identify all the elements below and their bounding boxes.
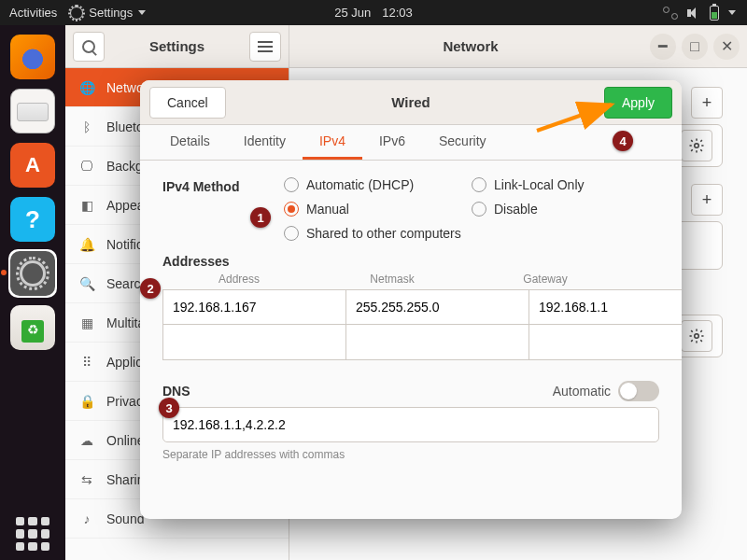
tab-ipv6[interactable]: IPv6: [362, 125, 422, 160]
radio-label: Manual: [306, 202, 349, 217]
proxy-settings-button[interactable]: [681, 320, 712, 352]
gnome-top-bar: Activities Settings 25 Jun 12:03: [0, 0, 747, 25]
connection-editor-dialog: Cancel Wired Apply Details Identity IPv4…: [140, 80, 682, 519]
menu-button[interactable]: [249, 32, 281, 62]
settings-icon: [10, 251, 55, 296]
radio-icon: [284, 226, 299, 241]
sidebar-header: Settings: [65, 25, 289, 68]
globe-icon: 🌐: [78, 79, 95, 96]
minimize-button[interactable]: ━: [650, 34, 676, 60]
netmask-input[interactable]: [346, 325, 529, 360]
connection-settings-button[interactable]: [681, 130, 712, 161]
annotation-badge-3: 3: [159, 398, 179, 418]
dock-item-settings[interactable]: [8, 249, 57, 298]
address-input[interactable]: [162, 325, 346, 360]
radio-link-local[interactable]: Link-Local Only: [472, 177, 659, 192]
dock-item-help[interactable]: [8, 195, 57, 244]
col-netmask: Netmask: [316, 273, 469, 286]
search-icon: [82, 40, 95, 53]
chevron-down-icon: [728, 10, 736, 15]
appearance-icon: ◧: [78, 197, 95, 214]
dock-item-software[interactable]: [8, 141, 57, 189]
multitasking-icon: ▦: [78, 315, 95, 331]
show-applications-button[interactable]: [16, 517, 49, 551]
radio-icon: [284, 202, 299, 217]
trash-icon: [10, 305, 55, 350]
radio-label: Disable: [494, 202, 538, 217]
dns-label: DNS: [162, 384, 553, 399]
radio-shared[interactable]: Shared to other computers: [284, 226, 659, 241]
app-menu-label: Settings: [89, 6, 133, 20]
software-icon: [10, 143, 55, 188]
apps-icon: ⠿: [78, 354, 95, 371]
gear-icon: [688, 137, 705, 154]
chevron-down-icon: [138, 10, 146, 15]
address-input[interactable]: [162, 289, 346, 325]
svg-point-0: [695, 144, 699, 148]
radio-label: Link-Local Only: [494, 177, 585, 192]
gear-icon: [688, 328, 705, 344]
sidebar-item-label: Sound: [106, 511, 144, 526]
maximize-button[interactable]: □: [682, 34, 708, 60]
bluetooth-icon: ᛒ: [78, 119, 95, 135]
dns-automatic-label: Automatic: [553, 384, 611, 399]
firefox-icon: [10, 35, 55, 79]
gear-icon: [70, 7, 83, 20]
radio-disable[interactable]: Disable: [472, 202, 659, 217]
lock-icon: 🔒: [78, 393, 95, 410]
search-icon: 🔍: [78, 275, 95, 292]
hamburger-icon: [258, 41, 273, 52]
radio-label: Shared to other computers: [306, 226, 461, 241]
col-address: Address: [162, 273, 316, 286]
netmask-input[interactable]: [346, 289, 529, 325]
annotation-badge-4: 4: [613, 131, 633, 151]
radio-icon: [472, 177, 486, 192]
app-menu[interactable]: Settings: [70, 6, 146, 20]
apply-button[interactable]: Apply: [604, 87, 672, 119]
tab-security[interactable]: Security: [422, 125, 503, 160]
radio-manual[interactable]: Manual: [284, 202, 472, 217]
radio-label: Automatic (DHCP): [306, 177, 414, 192]
dock-item-files[interactable]: [8, 87, 57, 135]
annotation-badge-1: 1: [250, 207, 271, 228]
tab-details[interactable]: Details: [153, 125, 227, 160]
tab-identity[interactable]: Identity: [227, 125, 303, 160]
dock: [0, 25, 65, 560]
address-row: [162, 289, 659, 325]
system-tray[interactable]: [663, 6, 747, 21]
page-title: Network: [297, 38, 644, 54]
dock-item-firefox[interactable]: [8, 33, 57, 81]
battery-icon: [710, 6, 719, 21]
share-icon: ⇆: [78, 471, 95, 488]
time-label: 12:03: [382, 6, 413, 20]
close-button[interactable]: ✕: [713, 34, 740, 60]
search-button[interactable]: [73, 32, 105, 62]
radio-automatic-dhcp[interactable]: Automatic (DHCP): [284, 177, 472, 192]
annotation-badge-2: 2: [140, 278, 161, 299]
tab-ipv4[interactable]: IPv4: [303, 125, 362, 160]
clock[interactable]: 25 Jun 12:03: [334, 6, 413, 20]
gateway-input[interactable]: [529, 289, 682, 325]
gateway-input[interactable]: [529, 325, 682, 360]
activities-button[interactable]: Activities: [9, 6, 57, 20]
col-gateway: Gateway: [469, 273, 622, 286]
svg-point-1: [695, 334, 699, 339]
dns-servers-input[interactable]: [162, 407, 659, 442]
add-vpn-button[interactable]: +: [691, 184, 723, 216]
sidebar-title: Settings: [105, 38, 249, 54]
dns-hint: Separate IP addresses with commas: [162, 448, 659, 461]
date-label: 25 Jun: [334, 6, 371, 20]
dock-item-trash[interactable]: [8, 303, 57, 352]
dialog-header: Cancel Wired Apply: [140, 80, 682, 125]
cancel-button[interactable]: Cancel: [149, 87, 226, 119]
volume-icon: [687, 7, 700, 19]
dialog-body: IPv4 Method Automatic (DHCP) Link-Local …: [140, 161, 682, 519]
addresses-label: Addresses: [162, 254, 659, 269]
radio-icon: [472, 202, 486, 217]
dns-automatic-switch[interactable]: [618, 381, 659, 401]
bell-icon: 🔔: [78, 236, 95, 253]
display-icon: 🖵: [78, 158, 95, 175]
add-connection-button[interactable]: +: [691, 87, 723, 119]
files-icon: [10, 89, 55, 133]
help-icon: [10, 197, 55, 242]
